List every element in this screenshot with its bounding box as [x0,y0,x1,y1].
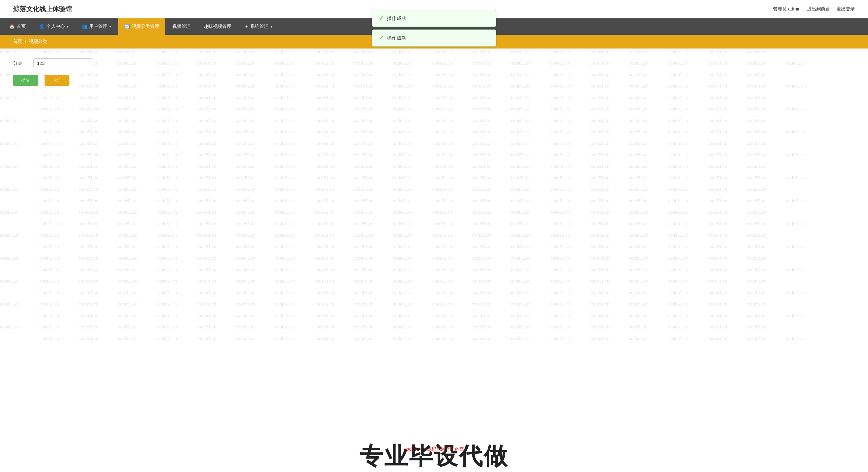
nav-item-home[interactable]: 🏠 首页 [3,18,32,35]
nav-item-profile[interactable]: 👤 个人中心 ▾ [33,18,74,35]
nav-label-video-category: 视频分类管理 [132,24,159,30]
nav-item-video-manage[interactable]: 视频管理 [166,18,196,35]
submit-button[interactable]: 提交 [13,75,38,86]
category-input[interactable] [33,58,92,68]
main-content: 分类 提交 取消 [0,49,868,102]
chevron-down-icon-3: ▾ [271,25,272,29]
form-buttons-row: 提交 取消 [13,75,855,86]
video-category-icon: 🔄 [124,24,130,29]
success-icon-1: ✓ [379,15,383,22]
notification-text-1: 操作成功 [387,16,406,22]
breadcrumb-home[interactable]: 首页 [13,39,22,45]
nav-label-video-manage: 视频管理 [172,24,191,30]
nav-label-users: 用户管理 [89,24,107,30]
users-icon: 👥 [82,24,87,29]
logout-link[interactable]: 退出登录 [837,6,855,12]
chevron-down-icon: ▾ [67,25,68,29]
nav-item-users[interactable]: 👥 用户管理 ▾ [76,18,117,35]
category-label: 分类 [13,60,29,66]
notification-2: ✓ 操作成功 [372,30,496,47]
notification-1: ✓ 操作成功 [372,10,496,27]
form-row-category: 分类 [13,58,855,68]
nav-label-profile: 个人中心 [46,24,65,30]
nav-label-system: 系统管理 [250,24,269,30]
notification-container: ✓ 操作成功 ✓ 操作成功 [372,10,496,47]
home-icon: 🏠 [9,24,15,29]
form-area: 分类 提交 取消 [13,58,855,86]
chevron-down-icon-2: ▾ [110,25,111,29]
cancel-button[interactable]: 取消 [44,75,69,86]
breadcrumb-current: 视频分类 [29,39,47,45]
nav-label-interesting-video: 趣味视频管理 [204,24,231,30]
site-title: 鲸落文化线上体验馆 [13,5,72,13]
nav-item-system[interactable]: ✈ 系统管理 ▾ [239,18,278,35]
nav-label-home: 首页 [17,24,26,30]
header-actions: 管理员 admin 退出到前台 退出登录 [773,6,855,12]
back-to-frontend-link[interactable]: 退出到前台 [807,6,830,12]
system-icon: ✈ [244,24,248,29]
success-icon-2: ✓ [379,34,383,41]
profile-icon: 👤 [39,24,44,29]
notification-text-2: 操作成功 [387,35,406,41]
nav-item-interesting-video[interactable]: 趣味视频管理 [198,18,237,35]
nav-item-video-category[interactable]: 🔄 视频分类管理 [118,18,165,35]
breadcrumb-separator: / [25,39,26,44]
admin-label: 管理员 admin [773,6,801,12]
bottom-big-text: 专业毕设代做 [359,441,509,472]
